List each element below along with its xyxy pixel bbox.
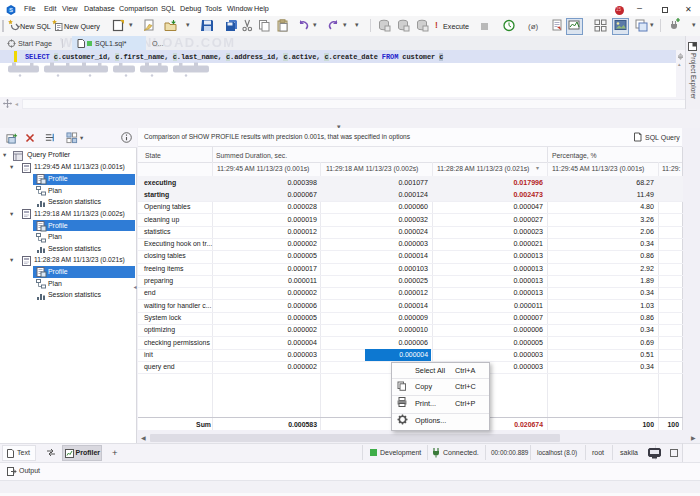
svg-text:S: S bbox=[9, 6, 13, 12]
svg-text:(ø): (ø) bbox=[528, 22, 539, 31]
